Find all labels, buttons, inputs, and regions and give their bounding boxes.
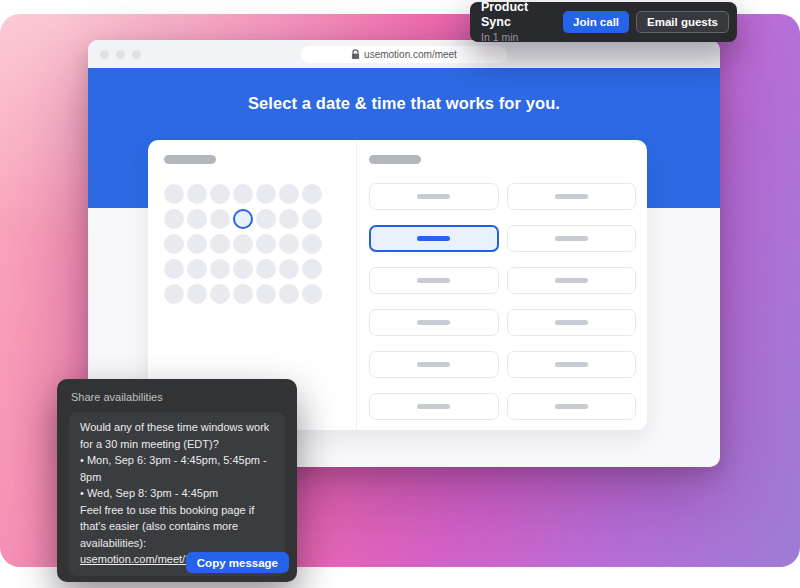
calendar-day[interactable]	[187, 209, 207, 229]
timeslot-label-skeleton	[555, 194, 588, 199]
window-minimize-dot[interactable]	[116, 50, 125, 59]
availability-message: Would any of these time windows work for…	[69, 412, 285, 576]
timeslot-option-selected[interactable]	[369, 225, 499, 252]
calendar-day[interactable]	[187, 259, 207, 279]
calendar-day[interactable]	[279, 259, 299, 279]
timeslot-label-skeleton	[417, 194, 450, 199]
timeslot-label-skeleton	[417, 236, 450, 241]
timeslot-label-skeleton	[417, 362, 450, 367]
calendar-day[interactable]	[302, 259, 322, 279]
meeting-countdown: In 1 min	[481, 31, 556, 44]
calendar-grid	[164, 184, 340, 304]
timeslot-option[interactable]	[369, 267, 499, 294]
calendar-heading-skeleton	[164, 155, 216, 164]
calendar-day[interactable]	[164, 234, 184, 254]
calendar-day[interactable]	[256, 259, 276, 279]
calendar-day[interactable]	[256, 209, 276, 229]
share-card-title: Share availabilities	[71, 391, 283, 403]
page-title: Select a date & time that works for you.	[88, 68, 720, 113]
email-guests-button[interactable]: Email guests	[636, 11, 729, 33]
timeslot-option[interactable]	[507, 267, 637, 294]
timeslot-grid	[369, 183, 636, 420]
timeslot-option[interactable]	[507, 225, 637, 252]
message-bullet-mon: • Mon, Sep 6: 3pm - 4:45pm, 5:45pm - 8pm	[80, 452, 274, 485]
calendar-day[interactable]	[233, 234, 253, 254]
url-text: usemotion.com/meet	[364, 49, 457, 60]
calendar-day[interactable]	[233, 259, 253, 279]
calendar-day[interactable]	[187, 184, 207, 204]
calendar-day[interactable]	[210, 259, 230, 279]
browser-titlebar: usemotion.com/meet	[88, 40, 720, 68]
address-bar[interactable]: usemotion.com/meet	[301, 46, 507, 63]
calendar-day[interactable]	[279, 209, 299, 229]
calendar-day[interactable]	[279, 234, 299, 254]
calendar-day[interactable]	[210, 184, 230, 204]
calendar-day[interactable]	[164, 284, 184, 304]
timeslot-label-skeleton	[555, 278, 588, 283]
timeslot-option[interactable]	[369, 183, 499, 210]
calendar-day[interactable]	[210, 209, 230, 229]
calendar-day[interactable]	[187, 234, 207, 254]
calendar-day[interactable]	[233, 284, 253, 304]
timeslot-label-skeleton	[417, 320, 450, 325]
timeslot-option[interactable]	[507, 393, 637, 420]
message-outro: Feel free to use this booking page if th…	[80, 502, 274, 552]
calendar-day[interactable]	[164, 184, 184, 204]
calendar-day[interactable]	[164, 209, 184, 229]
copy-message-button[interactable]: Copy message	[186, 552, 289, 573]
message-intro: Would any of these time windows work for…	[80, 419, 274, 452]
calendar-day[interactable]	[210, 284, 230, 304]
calendar-day[interactable]	[302, 184, 322, 204]
timeslot-option[interactable]	[369, 309, 499, 336]
timeslot-label-skeleton	[417, 404, 450, 409]
timeslot-option[interactable]	[369, 351, 499, 378]
timeslot-option[interactable]	[507, 183, 637, 210]
calendar-day[interactable]	[302, 209, 322, 229]
timeslot-heading-skeleton	[369, 155, 421, 164]
window-zoom-dot[interactable]	[132, 50, 141, 59]
calendar-day-selected[interactable]	[233, 209, 253, 229]
calendar-day[interactable]	[164, 259, 184, 279]
calendar-day[interactable]	[256, 234, 276, 254]
window-close-dot[interactable]	[100, 50, 109, 59]
join-call-button[interactable]: Join call	[563, 11, 629, 33]
share-card-footer: Copy message	[186, 552, 289, 573]
timeslot-label-skeleton	[555, 404, 588, 409]
timeslot-option[interactable]	[369, 393, 499, 420]
timeslot-option[interactable]	[507, 351, 637, 378]
timeslot-option[interactable]	[507, 309, 637, 336]
lock-icon	[351, 49, 360, 60]
calendar-day[interactable]	[187, 284, 207, 304]
calendar-day[interactable]	[210, 234, 230, 254]
message-bullet-wed: • Wed, Sep 8: 3pm - 4:45pm	[80, 485, 274, 502]
timeslot-label-skeleton	[555, 236, 588, 241]
calendar-day[interactable]	[256, 184, 276, 204]
calendar-day[interactable]	[302, 284, 322, 304]
meeting-title: Product Sync	[481, 0, 556, 31]
meeting-info: Product Sync In 1 min	[481, 0, 556, 44]
calendar-day[interactable]	[256, 284, 276, 304]
calendar-day[interactable]	[302, 234, 322, 254]
calendar-day[interactable]	[279, 184, 299, 204]
meeting-notification-card: Product Sync In 1 min Join call Email gu…	[470, 2, 737, 42]
calendar-day[interactable]	[233, 184, 253, 204]
timeslot-panel	[357, 140, 647, 430]
share-availabilities-card: Share availabilities Would any of these …	[57, 379, 297, 582]
window-controls	[100, 40, 141, 68]
timeslot-label-skeleton	[555, 320, 588, 325]
timeslot-label-skeleton	[417, 278, 450, 283]
calendar-day[interactable]	[279, 284, 299, 304]
timeslot-label-skeleton	[555, 362, 588, 367]
